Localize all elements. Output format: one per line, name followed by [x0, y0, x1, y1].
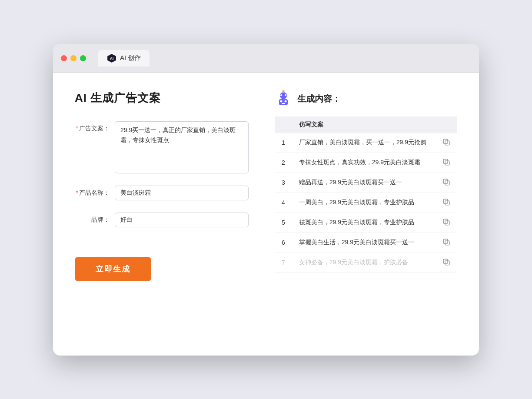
- svg-rect-18: [443, 199, 448, 203]
- maximize-button[interactable]: [80, 55, 86, 61]
- table-row: 4一周美白，29.9元美白淡斑霜，专业护肤品: [275, 193, 457, 213]
- copy-icon[interactable]: [442, 258, 450, 266]
- minimize-button[interactable]: [70, 55, 76, 61]
- row-number: 4: [275, 193, 292, 213]
- svg-rect-22: [443, 239, 448, 243]
- row-number: 6: [275, 233, 292, 253]
- copy-cell[interactable]: [436, 193, 457, 213]
- left-panel: AI 生成广告文案 *广告文案： 29.9买一送一，真正的厂家直销，美白淡斑霜，…: [75, 90, 249, 338]
- product-name-label: *产品名称：: [75, 186, 110, 197]
- row-number: 1: [275, 133, 292, 153]
- page-title: AI 生成广告文案: [75, 90, 249, 106]
- col-action-header: [436, 116, 457, 133]
- row-content: 赠品再送，29.9元美白淡斑霜买一送一: [292, 173, 436, 193]
- table-row: 2专抹女性斑点，真实功效，29.9元美白淡斑霜: [275, 153, 457, 173]
- brand-group: 品牌： 好白: [75, 213, 249, 227]
- table-row: 3赠品再送，29.9元美白淡斑霜买一送一: [275, 173, 457, 193]
- required-star: *: [76, 125, 78, 132]
- required-star-2: *: [76, 189, 78, 196]
- copy-icon[interactable]: [442, 178, 450, 186]
- svg-point-9: [280, 94, 282, 96]
- ai-tab-icon: AI: [107, 53, 116, 63]
- svg-point-5: [285, 100, 287, 102]
- copy-cell[interactable]: [436, 213, 457, 233]
- svg-rect-20: [443, 219, 448, 223]
- copy-cell[interactable]: [436, 233, 457, 253]
- ad-copy-input[interactable]: 29.9买一送一，真正的厂家直销，美白淡斑霜，专抹女性斑点: [115, 121, 249, 173]
- table-row: 5祛斑美白，29.9元美白淡斑霜，专业护肤品: [275, 213, 457, 233]
- results-table: 仿写文案 1厂家直销，美白淡斑霜，买一送一，29.9元抢购2专抹女性斑点，真实功…: [275, 116, 457, 273]
- svg-text:AI: AI: [110, 56, 114, 60]
- traffic-lights: [61, 55, 86, 61]
- ad-copy-label: *广告文案：: [75, 121, 110, 133]
- row-number: 2: [275, 153, 292, 173]
- table-row: 1厂家直销，美白淡斑霜，买一送一，29.9元抢购: [275, 133, 457, 153]
- row-content: 掌握美白生活，29.9元美白淡斑霜买一送一: [292, 233, 436, 253]
- row-content: 女神必备，29.9元美白淡斑霜，护肤必备: [292, 253, 436, 273]
- svg-rect-6: [282, 103, 285, 104]
- product-name-group: *产品名称： 美白淡斑霜: [75, 186, 249, 200]
- robot-icon: [275, 90, 292, 108]
- copy-icon[interactable]: [442, 218, 450, 226]
- svg-point-4: [280, 100, 283, 102]
- result-header: 生成内容：: [275, 90, 457, 108]
- copy-cell[interactable]: [436, 173, 457, 193]
- svg-rect-16: [443, 179, 448, 183]
- main-content: AI 生成广告文案 *广告文案： 29.9买一送一，真正的厂家直销，美白淡斑霜，…: [53, 73, 479, 356]
- right-panel: 生成内容： 仿写文案 1厂家直销，美白淡斑霜，买一送一，29.9元抢购2专抹女性…: [275, 90, 457, 338]
- copy-icon[interactable]: [442, 238, 450, 246]
- browser-window: AI AI 创作 AI 生成广告文案 *广告文案： 29.9买一送一，真正的厂家…: [53, 44, 479, 356]
- row-content: 一周美白，29.9元美白淡斑霜，专业护肤品: [292, 193, 436, 213]
- generate-button[interactable]: 立即生成: [75, 257, 151, 281]
- ad-copy-group: *广告文案： 29.9买一送一，真正的厂家直销，美白淡斑霜，专抹女性斑点: [75, 121, 249, 173]
- row-number: 7: [275, 253, 292, 273]
- row-content: 厂家直销，美白淡斑霜，买一送一，29.9元抢购: [292, 133, 436, 153]
- table-row: 7女神必备，29.9元美白淡斑霜，护肤必备: [275, 253, 457, 273]
- svg-rect-12: [443, 139, 448, 143]
- copy-icon[interactable]: [442, 158, 450, 166]
- titlebar: AI AI 创作: [53, 44, 479, 73]
- row-number: 3: [275, 173, 292, 193]
- copy-cell[interactable]: [436, 133, 457, 153]
- row-content: 祛斑美白，29.9元美白淡斑霜，专业护肤品: [292, 213, 436, 233]
- tab-label: AI 创作: [120, 54, 141, 62]
- copy-icon[interactable]: [442, 198, 450, 206]
- table-row: 6掌握美白生活，29.9元美白淡斑霜买一送一: [275, 233, 457, 253]
- row-content: 专抹女性斑点，真实功效，29.9元美白淡斑霜: [292, 153, 436, 173]
- result-title: 生成内容：: [297, 93, 341, 105]
- svg-point-10: [285, 94, 286, 96]
- brand-input[interactable]: 好白: [115, 213, 249, 227]
- close-button[interactable]: [61, 55, 67, 61]
- col-num-header: [275, 116, 292, 133]
- svg-rect-14: [443, 159, 448, 163]
- svg-rect-24: [443, 259, 448, 263]
- copy-cell[interactable]: [436, 153, 457, 173]
- product-name-input[interactable]: 美白淡斑霜: [115, 186, 249, 200]
- row-number: 5: [275, 213, 292, 233]
- col-content-header: 仿写文案: [292, 116, 436, 133]
- browser-tab[interactable]: AI AI 创作: [98, 50, 150, 66]
- copy-cell[interactable]: [436, 253, 457, 273]
- svg-rect-3: [279, 99, 288, 105]
- brand-label: 品牌：: [75, 213, 110, 224]
- copy-icon[interactable]: [442, 138, 450, 146]
